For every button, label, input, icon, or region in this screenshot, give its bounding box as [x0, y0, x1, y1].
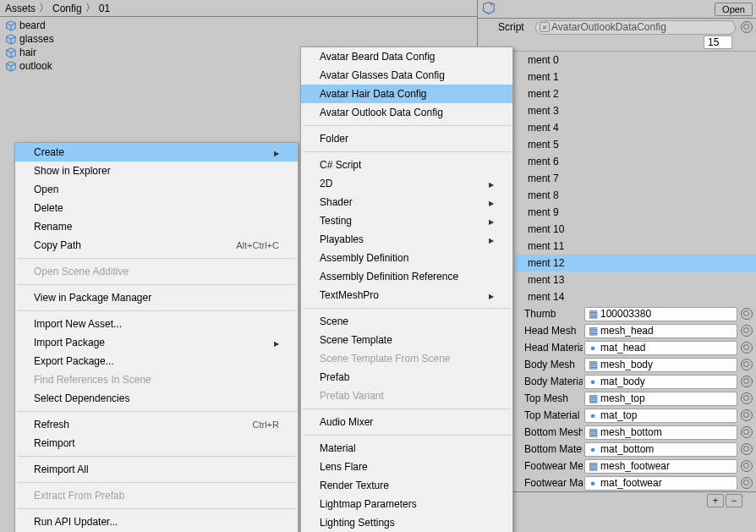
menu-item[interactable]: Lighting Settings: [301, 513, 512, 532]
asset-item[interactable]: beard: [0, 19, 477, 32]
object-picker-icon[interactable]: [741, 443, 753, 455]
menu-item[interactable]: Import New Asset...: [15, 315, 298, 333]
menu-item[interactable]: Reimport All: [15, 460, 298, 479]
menu-item[interactable]: C# Script: [301, 156, 512, 174]
menu-item[interactable]: Assembly Definition Reference: [301, 267, 512, 286]
element-row[interactable]: ment 3: [478, 102, 756, 119]
menu-item[interactable]: TextMeshPro: [301, 286, 512, 304]
menu-item[interactable]: Lightmap Parameters: [301, 495, 512, 513]
menu-item[interactable]: Scene: [301, 312, 512, 331]
object-picker-icon[interactable]: [741, 392, 753, 404]
menu-item[interactable]: Testing: [301, 211, 512, 230]
menu-item[interactable]: Create: [15, 143, 298, 162]
element-row[interactable]: ment 7: [478, 170, 756, 187]
menu-item[interactable]: Open: [15, 180, 298, 199]
element-row[interactable]: ment 1: [478, 69, 756, 85]
menu-item[interactable]: Playables: [301, 230, 512, 249]
object-field[interactable]: 100003380: [584, 307, 737, 321]
object-picker-icon[interactable]: [741, 308, 753, 320]
object-field[interactable]: mat_footwear: [584, 476, 737, 491]
submenu-arrow-icon: [489, 179, 494, 189]
object-picker-icon[interactable]: [741, 460, 753, 472]
menu-item[interactable]: Delete: [15, 199, 298, 217]
menu-item[interactable]: Material: [301, 439, 512, 458]
bc-part[interactable]: 01: [99, 3, 110, 14]
object-field[interactable]: mesh_footwear: [584, 459, 737, 474]
object-field[interactable]: mesh_body: [584, 358, 737, 372]
menu-item[interactable]: Avatar Hair Data Config: [301, 85, 512, 103]
property-value: 100003380: [600, 308, 651, 320]
element-row[interactable]: ment 12: [478, 255, 756, 271]
menu-item[interactable]: Shader: [301, 193, 512, 211]
element-label: ment 2: [481, 88, 753, 100]
element-row[interactable]: ment 2: [478, 85, 756, 102]
asset-item[interactable]: glasses: [0, 32, 477, 46]
menu-item[interactable]: Lens Flare: [301, 458, 512, 476]
element-row[interactable]: ment 5: [478, 136, 756, 153]
object-picker-icon[interactable]: [741, 325, 753, 337]
menu-item[interactable]: Copy PathAlt+Ctrl+C: [15, 236, 298, 255]
menu-item[interactable]: Export Package...: [15, 352, 298, 370]
element-row[interactable]: ment 14: [478, 288, 756, 305]
object-field[interactable]: mat_bottom: [584, 442, 737, 457]
menu-item-label: Find References In Scene: [34, 374, 151, 386]
element-row[interactable]: ment 9: [478, 204, 756, 221]
object-picker-icon[interactable]: [741, 21, 753, 33]
object-picker-icon[interactable]: [741, 426, 753, 438]
array-size-field[interactable]: 15: [704, 36, 732, 49]
menu-item[interactable]: Import Package: [15, 333, 298, 352]
context-menu-create[interactable]: Avatar Beard Data ConfigAvatar Glasses D…: [300, 47, 513, 532]
menu-item[interactable]: 2D: [301, 174, 512, 193]
object-picker-icon[interactable]: [741, 359, 753, 370]
bc-part[interactable]: Assets: [5, 3, 36, 14]
elements-list[interactable]: ment 0ment 1ment 2ment 3ment 4ment 5ment…: [478, 51, 756, 305]
menu-item[interactable]: Run API Updater...: [15, 513, 298, 531]
element-row[interactable]: ment 6: [478, 153, 756, 170]
add-element-button[interactable]: +: [707, 494, 724, 507]
context-menu-primary[interactable]: CreateShow in ExplorerOpenDeleteRenameCo…: [14, 142, 299, 532]
element-row[interactable]: ment 10: [478, 221, 756, 238]
menu-item[interactable]: Prefab: [301, 368, 512, 387]
menu-item[interactable]: Folder: [301, 129, 512, 148]
object-field[interactable]: mat_head: [584, 341, 737, 355]
menu-item[interactable]: Reimport: [15, 434, 298, 452]
property-value: mesh_head: [600, 325, 654, 337]
menu-item-label: Delete: [34, 202, 63, 214]
material-icon: [588, 376, 598, 387]
remove-element-button[interactable]: −: [726, 494, 742, 507]
object-field[interactable]: mat_body: [584, 375, 737, 389]
menu-item[interactable]: Avatar Outlook Data Config: [301, 103, 512, 122]
object-field[interactable]: mesh_bottom: [584, 425, 737, 440]
property-value: mat_footwear: [600, 477, 662, 489]
menu-item-label: Reimport All: [34, 463, 89, 475]
menu-item[interactable]: Avatar Beard Data Config: [301, 47, 512, 66]
object-picker-icon[interactable]: [741, 409, 753, 421]
element-row[interactable]: ment 4: [478, 119, 756, 136]
menu-item[interactable]: Scene Template: [301, 331, 512, 349]
object-picker-icon[interactable]: [741, 477, 753, 489]
object-field[interactable]: mesh_head: [584, 324, 737, 338]
open-button[interactable]: Open: [715, 3, 753, 16]
menu-item[interactable]: Avatar Glasses Data Config: [301, 66, 512, 85]
breadcrumb[interactable]: Assets 〉 Config 〉 01: [0, 0, 477, 17]
element-row[interactable]: ment 11: [478, 238, 756, 255]
object-field[interactable]: mesh_top: [584, 392, 737, 406]
menu-item[interactable]: Show in Explorer: [15, 162, 298, 180]
menu-item-label: Avatar Glasses Data Config: [320, 69, 445, 81]
menu-item[interactable]: RefreshCtrl+R: [15, 415, 298, 434]
object-picker-icon[interactable]: [741, 342, 753, 354]
element-row[interactable]: ment 13: [478, 271, 756, 288]
element-row[interactable]: ment 8: [478, 187, 756, 204]
menu-item[interactable]: Rename: [15, 217, 298, 236]
object-picker-icon[interactable]: [741, 376, 753, 387]
bc-part[interactable]: Config: [52, 3, 82, 14]
menu-item[interactable]: Audio Mixer: [301, 413, 512, 431]
script-object-field[interactable]: # AvatarOutlookDataConfig: [535, 20, 736, 35]
menu-item[interactable]: View in Package Manager: [15, 288, 298, 307]
menu-item[interactable]: Select Dependencies: [15, 389, 298, 408]
element-row[interactable]: ment 0: [478, 52, 756, 69]
menu-item-label: Render Texture: [320, 480, 389, 491]
menu-item[interactable]: Assembly Definition: [301, 249, 512, 267]
menu-item[interactable]: Render Texture: [301, 476, 512, 495]
object-field[interactable]: mat_top: [584, 409, 737, 423]
